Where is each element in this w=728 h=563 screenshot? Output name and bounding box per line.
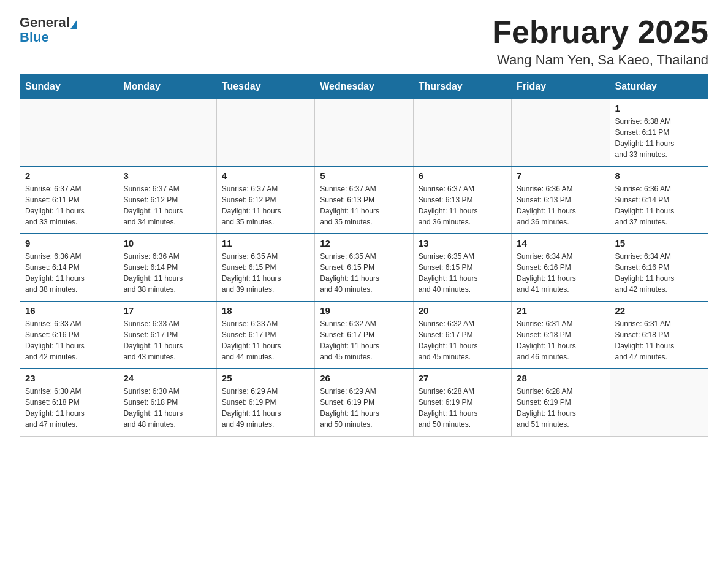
calendar-day-cell: 11Sunrise: 6:35 AM Sunset: 6:15 PM Dayli… (216, 234, 314, 301)
page-header: General Blue February 2025 Wang Nam Yen,… (0, 0, 728, 74)
weekday-header-monday: Monday (118, 75, 216, 99)
day-number: 22 (615, 305, 703, 316)
calendar-title: February 2025 (492, 15, 708, 50)
day-number: 11 (222, 238, 309, 248)
calendar-day-cell (512, 99, 610, 166)
calendar-day-cell: 12Sunrise: 6:35 AM Sunset: 6:15 PM Dayli… (315, 234, 413, 301)
day-number: 1 (615, 103, 703, 113)
calendar-day-cell: 22Sunrise: 6:31 AM Sunset: 6:18 PM Dayli… (610, 301, 708, 369)
calendar-day-cell (216, 99, 314, 166)
calendar-day-cell: 19Sunrise: 6:32 AM Sunset: 6:17 PM Dayli… (315, 301, 413, 369)
day-number: 10 (123, 238, 211, 248)
calendar-day-cell (20, 99, 118, 166)
calendar-day-cell: 16Sunrise: 6:33 AM Sunset: 6:16 PM Dayli… (20, 301, 118, 369)
day-number: 20 (419, 305, 506, 316)
day-info: Sunrise: 6:34 AM Sunset: 6:16 PM Dayligh… (615, 251, 703, 295)
day-info: Sunrise: 6:36 AM Sunset: 6:14 PM Dayligh… (123, 251, 211, 295)
day-info: Sunrise: 6:33 AM Sunset: 6:17 PM Dayligh… (222, 318, 309, 362)
day-info: Sunrise: 6:35 AM Sunset: 6:15 PM Dayligh… (320, 251, 408, 295)
calendar-day-cell (118, 99, 216, 166)
day-number: 8 (615, 170, 703, 181)
calendar-day-cell (610, 369, 708, 436)
calendar-day-cell: 5Sunrise: 6:37 AM Sunset: 6:13 PM Daylig… (315, 166, 413, 234)
calendar-day-cell: 23Sunrise: 6:30 AM Sunset: 6:18 PM Dayli… (20, 369, 118, 436)
calendar-day-cell: 17Sunrise: 6:33 AM Sunset: 6:17 PM Dayli… (118, 301, 216, 369)
day-info: Sunrise: 6:37 AM Sunset: 6:12 PM Dayligh… (123, 183, 211, 228)
calendar-day-cell: 24Sunrise: 6:30 AM Sunset: 6:18 PM Dayli… (118, 369, 216, 436)
day-number: 25 (222, 373, 309, 383)
day-number: 12 (320, 238, 408, 248)
calendar-day-cell: 10Sunrise: 6:36 AM Sunset: 6:14 PM Dayli… (118, 234, 216, 301)
day-number: 3 (123, 170, 211, 181)
day-number: 27 (419, 373, 506, 383)
day-info: Sunrise: 6:37 AM Sunset: 6:13 PM Dayligh… (419, 183, 506, 228)
calendar-day-cell: 20Sunrise: 6:32 AM Sunset: 6:17 PM Dayli… (413, 301, 511, 369)
day-number: 26 (320, 373, 408, 383)
weekday-header-saturday: Saturday (610, 75, 708, 99)
calendar-day-cell: 14Sunrise: 6:34 AM Sunset: 6:16 PM Dayli… (512, 234, 610, 301)
day-info: Sunrise: 6:32 AM Sunset: 6:17 PM Dayligh… (419, 318, 506, 362)
day-info: Sunrise: 6:36 AM Sunset: 6:14 PM Dayligh… (615, 183, 703, 228)
day-info: Sunrise: 6:37 AM Sunset: 6:12 PM Dayligh… (222, 183, 309, 228)
day-number: 5 (320, 170, 408, 181)
day-info: Sunrise: 6:30 AM Sunset: 6:18 PM Dayligh… (25, 386, 113, 430)
logo-blue-text: Blue (20, 31, 49, 44)
location-subtitle: Wang Nam Yen, Sa Kaeo, Thailand (492, 52, 708, 68)
day-info: Sunrise: 6:31 AM Sunset: 6:18 PM Dayligh… (517, 318, 604, 362)
weekday-header-thursday: Thursday (413, 75, 511, 99)
calendar-day-cell: 9Sunrise: 6:36 AM Sunset: 6:14 PM Daylig… (20, 234, 118, 301)
day-info: Sunrise: 6:29 AM Sunset: 6:19 PM Dayligh… (222, 386, 309, 430)
weekday-header-wednesday: Wednesday (315, 75, 413, 99)
calendar-day-cell: 13Sunrise: 6:35 AM Sunset: 6:15 PM Dayli… (413, 234, 511, 301)
day-info: Sunrise: 6:28 AM Sunset: 6:19 PM Dayligh… (517, 386, 604, 430)
calendar-table: SundayMondayTuesdayWednesdayThursdayFrid… (20, 74, 708, 437)
day-info: Sunrise: 6:33 AM Sunset: 6:16 PM Dayligh… (25, 318, 113, 362)
day-info: Sunrise: 6:36 AM Sunset: 6:13 PM Dayligh… (517, 183, 604, 228)
calendar-day-cell: 15Sunrise: 6:34 AM Sunset: 6:16 PM Dayli… (610, 234, 708, 301)
day-number: 16 (25, 305, 113, 316)
calendar-wrapper: SundayMondayTuesdayWednesdayThursdayFrid… (0, 74, 728, 456)
calendar-body: 1Sunrise: 6:38 AM Sunset: 6:11 PM Daylig… (20, 99, 708, 436)
day-number: 21 (517, 305, 604, 316)
logo-triangle-icon (70, 20, 77, 29)
day-number: 9 (25, 238, 113, 248)
day-number: 4 (222, 170, 309, 181)
day-info: Sunrise: 6:35 AM Sunset: 6:15 PM Dayligh… (222, 251, 309, 295)
weekday-header-row: SundayMondayTuesdayWednesdayThursdayFrid… (20, 75, 708, 99)
day-number: 15 (615, 238, 703, 248)
day-info: Sunrise: 6:33 AM Sunset: 6:17 PM Dayligh… (123, 318, 211, 362)
title-section: February 2025 Wang Nam Yen, Sa Kaeo, Tha… (492, 15, 708, 68)
calendar-day-cell: 1Sunrise: 6:38 AM Sunset: 6:11 PM Daylig… (610, 99, 708, 166)
day-info: Sunrise: 6:34 AM Sunset: 6:16 PM Dayligh… (517, 251, 604, 295)
day-info: Sunrise: 6:37 AM Sunset: 6:13 PM Dayligh… (320, 183, 408, 228)
day-info: Sunrise: 6:29 AM Sunset: 6:19 PM Dayligh… (320, 386, 408, 430)
calendar-day-cell (413, 99, 511, 166)
calendar-week-row: 23Sunrise: 6:30 AM Sunset: 6:18 PM Dayli… (20, 369, 708, 436)
calendar-week-row: 1Sunrise: 6:38 AM Sunset: 6:11 PM Daylig… (20, 99, 708, 166)
day-info: Sunrise: 6:28 AM Sunset: 6:19 PM Dayligh… (419, 386, 506, 430)
day-number: 28 (517, 373, 604, 383)
day-number: 23 (25, 373, 113, 383)
day-info: Sunrise: 6:35 AM Sunset: 6:15 PM Dayligh… (419, 251, 506, 295)
calendar-day-cell: 25Sunrise: 6:29 AM Sunset: 6:19 PM Dayli… (216, 369, 314, 436)
day-number: 2 (25, 170, 113, 181)
weekday-header-sunday: Sunday (20, 75, 118, 99)
weekday-header-friday: Friday (512, 75, 610, 99)
day-info: Sunrise: 6:30 AM Sunset: 6:18 PM Dayligh… (123, 386, 211, 430)
calendar-day-cell: 28Sunrise: 6:28 AM Sunset: 6:19 PM Dayli… (512, 369, 610, 436)
calendar-header: SundayMondayTuesdayWednesdayThursdayFrid… (20, 75, 708, 99)
calendar-day-cell: 18Sunrise: 6:33 AM Sunset: 6:17 PM Dayli… (216, 301, 314, 369)
calendar-day-cell: 21Sunrise: 6:31 AM Sunset: 6:18 PM Dayli… (512, 301, 610, 369)
calendar-week-row: 16Sunrise: 6:33 AM Sunset: 6:16 PM Dayli… (20, 301, 708, 369)
day-number: 7 (517, 170, 604, 181)
calendar-week-row: 9Sunrise: 6:36 AM Sunset: 6:14 PM Daylig… (20, 234, 708, 301)
calendar-day-cell: 26Sunrise: 6:29 AM Sunset: 6:19 PM Dayli… (315, 369, 413, 436)
calendar-day-cell: 8Sunrise: 6:36 AM Sunset: 6:14 PM Daylig… (610, 166, 708, 234)
day-info: Sunrise: 6:36 AM Sunset: 6:14 PM Dayligh… (25, 251, 113, 295)
day-number: 6 (419, 170, 506, 181)
calendar-day-cell: 3Sunrise: 6:37 AM Sunset: 6:12 PM Daylig… (118, 166, 216, 234)
day-info: Sunrise: 6:31 AM Sunset: 6:18 PM Dayligh… (615, 318, 703, 362)
day-number: 13 (419, 238, 506, 248)
day-info: Sunrise: 6:38 AM Sunset: 6:11 PM Dayligh… (615, 116, 703, 160)
calendar-day-cell: 4Sunrise: 6:37 AM Sunset: 6:12 PM Daylig… (216, 166, 314, 234)
